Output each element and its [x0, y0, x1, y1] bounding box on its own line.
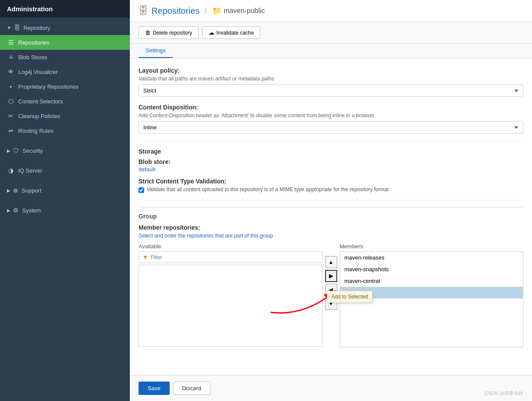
sidebar-item-routing-rules[interactable]: ⇌ Routing Rules [0, 123, 130, 138]
sidebar-item-label: Proprietary Repositories [18, 83, 78, 90]
transfer-container: Available ▼ ▲ ▶ ◀ [139, 243, 523, 347]
sidebar-item-label: Blob Stores [18, 54, 47, 61]
cleanup-policies-icon: ✂ [7, 112, 15, 119]
sidebar-repository-label: Repository [23, 25, 50, 31]
sidebar-item-proprietary[interactable]: ▪ Proprietary Repositories [0, 79, 130, 94]
proprietary-icon: ▪ [7, 83, 15, 90]
group-divider [139, 200, 523, 200]
blob-stores-icon: ≡ [7, 54, 15, 61]
delete-repository-label: Delete repository [153, 30, 192, 36]
filter-icon: ▼ [142, 254, 148, 260]
sidebar-system-toggle[interactable]: ▶ ⚙ System [0, 203, 130, 218]
breadcrumb-current: maven-public [224, 7, 265, 15]
invalidate-icon: ☁ [209, 29, 214, 36]
content-disposition-desc: Add Content-Disposition header as 'Attac… [139, 112, 523, 119]
toolbar: 🗑 Delete repository ☁ Invalidate cache [130, 22, 532, 44]
sidebar-item-label: Log4j Visualizer [18, 69, 58, 75]
chevron-right-icon: ▶ [7, 208, 10, 213]
strict-validation-field: Validate that all content uploaded to th… [139, 186, 523, 193]
storage-section-title: Storage [139, 148, 523, 155]
layout-policy-select[interactable]: Strict Permissive [139, 84, 523, 97]
chevron-right-icon: ▶ [7, 148, 10, 153]
support-icon: ⊗ [13, 187, 18, 194]
trash-icon: 🗑 [145, 29, 151, 36]
repository-icon: 🗄 [14, 24, 20, 31]
iq-server-icon: ◑ [7, 167, 15, 174]
sidebar-item-label: Security [23, 148, 43, 154]
sidebar: Administration ▼ 🗄 Repository ☰ Reposito… [0, 0, 130, 401]
sidebar-security-toggle[interactable]: ▶ 🛡 Security [0, 143, 130, 158]
save-button[interactable]: Save [139, 382, 170, 395]
sidebar-support-toggle[interactable]: ▶ ⊗ Support [0, 183, 130, 198]
breadcrumb-separator: / [205, 7, 206, 15]
tabs-bar: Settings [130, 44, 532, 58]
sidebar-item-label: Cleanup Policies [18, 113, 60, 119]
sidebar-item-label: Routing Rules [18, 128, 54, 134]
main-content: 🗄 Repositories / 📁 maven-public 🗑 Delete… [130, 0, 532, 401]
available-list-wrapper: Available ▼ [139, 243, 322, 347]
sidebar-title: Administration [7, 5, 53, 13]
invalidate-cache-button[interactable]: ☁ Invalidate cache [202, 26, 261, 39]
group-section-title: Group [139, 207, 523, 220]
add-to-members-button[interactable]: ▶ [325, 270, 337, 282]
member-repos-label: Member repositories: [139, 224, 523, 231]
sidebar-security-section: ▶ 🛡 Security [0, 141, 130, 160]
discard-button[interactable]: Discard [173, 382, 210, 395]
members-list-wrapper: Members maven-releases maven-snapshots m… [340, 243, 524, 347]
sidebar-repository-toggle[interactable]: ▼ 🗄 Repository [0, 20, 130, 35]
available-list[interactable] [139, 265, 322, 347]
sidebar-item-iq-server[interactable]: ◑ IQ Server [0, 163, 130, 178]
strict-validation-checkbox[interactable] [139, 187, 144, 193]
sidebar-item-cleanup-policies[interactable]: ✂ Cleanup Policies [0, 109, 130, 123]
tooltip-add-to-selected: Add to Selected [327, 291, 373, 303]
filter-input[interactable] [151, 254, 319, 260]
routing-rules-icon: ⇌ [7, 127, 15, 134]
blob-store-label: Blob store: [139, 158, 523, 165]
sidebar-item-repositories[interactable]: ☰ Repositories [0, 35, 130, 50]
blob-store-row: Blob store: default [139, 158, 523, 173]
tooltip-text: Add to Selected [332, 294, 368, 300]
filter-box: ▼ [139, 251, 322, 263]
list-item[interactable]: maven-central [340, 275, 523, 287]
system-icon: ⚙ [13, 207, 19, 214]
form-area: Layout policy: Validate that all paths a… [130, 58, 532, 375]
strict-validation-row: Strict Content Type Validation: Validate… [139, 178, 523, 193]
sidebar-item-content-selectors[interactable]: ⬡ Content Selectors [0, 94, 130, 109]
move-up-button[interactable]: ▲ [325, 256, 337, 268]
invalidate-cache-label: Invalidate cache [216, 30, 254, 36]
blob-store-link[interactable]: default [139, 166, 155, 173]
sidebar-system-section: ▶ ⚙ System [0, 200, 130, 220]
folder-icon: 📁 [212, 6, 222, 16]
sidebar-header: Administration [0, 0, 130, 18]
content-disposition-select[interactable]: Inline Attachment [139, 121, 523, 134]
sidebar-support-section: ▶ ⊗ Support [0, 180, 130, 200]
sidebar-item-log4j[interactable]: 👁 Log4j Visualizer [0, 64, 130, 79]
content-disposition-label: Content Disposition: [139, 104, 523, 111]
tab-settings[interactable]: Settings [139, 44, 173, 58]
strict-validation-label: Strict Content Type Validation: [139, 178, 523, 185]
list-item[interactable]: maven-snapshots [340, 263, 523, 275]
sidebar-iq-section: ◑ IQ Server [0, 160, 130, 180]
sidebar-repository-section: ▼ 🗄 Repository ☰ Repositories ≡ Blob Sto… [0, 18, 130, 141]
content-disposition-section: Content Disposition: Add Content-Disposi… [139, 104, 523, 134]
sidebar-item-label: IQ Server [18, 167, 42, 174]
sidebar-item-label: Repositories [18, 39, 49, 46]
storage-section: Storage Blob store: default Strict Conte… [139, 148, 523, 193]
members-label: Members [340, 243, 524, 250]
group-section: Group Member repositories: Select and or… [139, 207, 523, 347]
page-header: 🗄 Repositories / 📁 maven-public [130, 0, 532, 22]
list-item[interactable]: maven-releases [340, 252, 523, 263]
app: Administration ▼ 🗄 Repository ☰ Reposito… [0, 0, 532, 401]
delete-repository-button[interactable]: 🗑 Delete repository [139, 26, 199, 39]
layout-policy-section: Layout policy: Validate that all paths a… [139, 67, 523, 97]
sidebar-item-label: Support [22, 187, 42, 194]
chevron-down-icon: ▼ [7, 26, 11, 30]
available-label: Available [139, 243, 322, 250]
sidebar-item-blob-stores[interactable]: ≡ Blob Stores [0, 50, 130, 64]
content-selectors-icon: ⬡ [7, 98, 15, 105]
breadcrumb: 📁 maven-public [212, 6, 265, 16]
sidebar-sub-items: ☰ Repositories ≡ Blob Stores 👁 Log4j Vis… [0, 35, 130, 138]
strict-validation-desc: Validate that all content uploaded to th… [147, 186, 389, 192]
section-divider [139, 141, 523, 141]
member-repos-desc: Select and order the repositories that a… [139, 233, 523, 239]
